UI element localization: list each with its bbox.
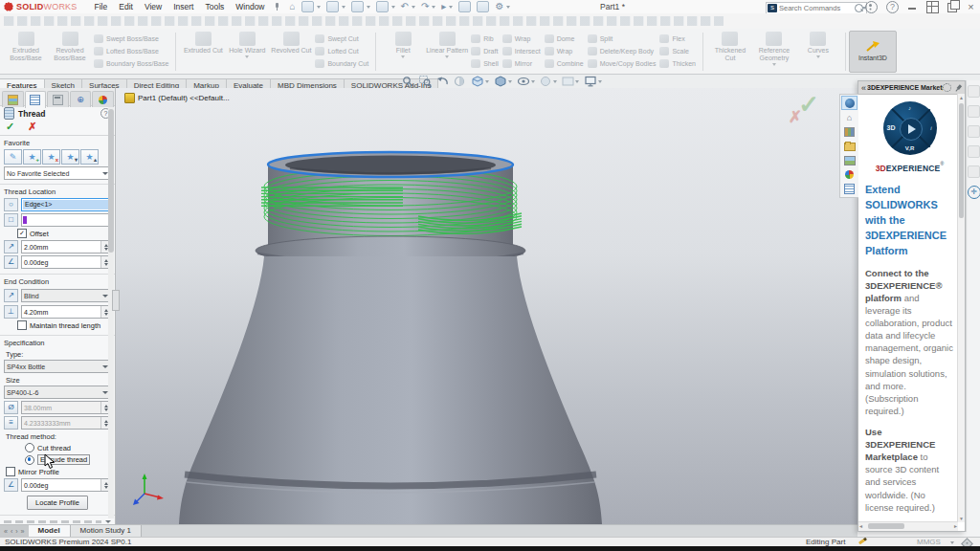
ribbon-button-small[interactable]: Dome [545, 33, 584, 45]
restore-button[interactable] [947, 3, 957, 12]
ribbon-button-small[interactable]: Split [588, 33, 657, 45]
override-diameter-icon[interactable]: Ø [4, 401, 18, 414]
propertymanager-tab[interactable] [25, 91, 47, 108]
pm-scrollbar-thumb[interactable] [108, 109, 114, 253]
start-angle-field[interactable]: 0.00deg [21, 255, 111, 269]
pin-icon[interactable] [952, 82, 963, 93]
ribbon-button[interactable]: Extruded Boss/Base [5, 32, 47, 62]
add-update-favorite-button[interactable]: ✎ [4, 149, 22, 165]
window-layout-button[interactable] [926, 1, 939, 13]
extrude-thread-radio[interactable] [25, 455, 34, 465]
ribbon-button-small[interactable]: Wrap [545, 45, 584, 57]
new-document-icon[interactable] [301, 1, 314, 12]
select-icon[interactable]: ▸ [441, 2, 446, 11]
hscroll-thumb[interactable] [868, 523, 904, 529]
ribbon-button-small[interactable]: Intersect [502, 45, 541, 57]
featuremanager-tree-tab[interactable] [2, 91, 24, 107]
save-caret-icon[interactable] [367, 6, 370, 9]
view-settings-icon[interactable] [584, 76, 602, 87]
menu-item[interactable]: Edit [113, 0, 139, 13]
dimxpertmanager-tab[interactable]: ⊕ [70, 91, 92, 107]
ribbon-button[interactable]: Extruded Cut [182, 32, 224, 58]
cancel-button[interactable]: ✗ [28, 121, 36, 132]
ribbon-button-small[interactable]: Draft [471, 45, 499, 57]
ribbon-button-small[interactable]: Boundary Cut [315, 57, 368, 70]
pm-scrollbar[interactable] [108, 107, 114, 518]
maintain-thread-length-checkbox[interactable] [17, 320, 27, 330]
instant3d-button[interactable]: Instant3D [849, 31, 897, 73]
ribbon-button[interactable]: Hole Wizard [226, 32, 268, 58]
hide-show-items-icon[interactable] [517, 76, 535, 87]
next-tab-icon[interactable]: › [14, 526, 18, 537]
options-grid-icon[interactable] [477, 1, 489, 12]
minimize-button[interactable] [907, 2, 918, 12]
open-caret-icon[interactable] [342, 6, 345, 9]
ribbon-button[interactable]: Revolved Boss/Base [49, 32, 91, 62]
print-caret-icon[interactable] [391, 6, 395, 9]
search-scope-icon[interactable]: S [768, 4, 777, 12]
3dexperience-marketplace-tab[interactable] [841, 96, 858, 110]
ribbon-button-small[interactable]: Mirror [502, 57, 541, 70]
design-library-tab[interactable] [841, 124, 858, 139]
panel-collapse-arrow[interactable] [112, 290, 120, 311]
pin-menu-icon[interactable] [273, 3, 280, 11]
gear-icon[interactable] [943, 83, 951, 92]
menu-item[interactable]: Tools [199, 0, 230, 13]
search-input[interactable] [777, 4, 855, 12]
ribbon-button-small[interactable]: Delete/Keep Body [588, 45, 657, 57]
vscroll-thumb[interactable] [959, 103, 964, 218]
extrude-thread-option[interactable]: Extrude thread [25, 454, 111, 465]
ribbon-button[interactable]: Revolved Cut [270, 32, 312, 58]
redo-icon[interactable]: ↷ [421, 2, 429, 11]
task-pane-horizontal-scrollbar[interactable]: ◂ ▸ [858, 521, 958, 531]
confirm-cancel-ghost-icon[interactable]: ✗ [789, 107, 802, 127]
menu-item[interactable]: View [139, 0, 167, 13]
expand-chevron-icon[interactable] [105, 520, 111, 523]
configurationmanager-tab[interactable] [47, 91, 69, 107]
scroll-up-arrow[interactable]: ▲ [958, 94, 965, 101]
file-explorer-tab[interactable] [841, 139, 858, 153]
view-palette-tab[interactable] [841, 153, 858, 167]
displaymanager-tab[interactable] [92, 91, 114, 107]
rotation-angle-field[interactable]: 0.00deg [21, 478, 111, 492]
section-view-icon[interactable] [454, 76, 466, 87]
ribbon-button[interactable]: Thickened Cut [709, 32, 751, 66]
ribbon-button-small[interactable]: Rib [471, 33, 499, 45]
edge-selection-field[interactable]: Edge<1> [21, 198, 111, 211]
print-icon[interactable] [376, 1, 389, 12]
favorite-header[interactable]: Favorite [4, 138, 111, 147]
user-account-icon[interactable] [865, 1, 878, 13]
offset-distance-field[interactable]: 2.00mm [21, 240, 111, 253]
previous-view-icon[interactable] [436, 76, 449, 87]
bottle-model[interactable] [116, 88, 858, 524]
offset-checkbox-row[interactable]: ✓ Offset [17, 229, 111, 238]
ribbon-button-small[interactable]: Lofted Boss/Base [94, 45, 168, 57]
menu-item[interactable]: Insert [167, 0, 199, 13]
mirror-profile-checkbox[interactable] [6, 467, 15, 476]
ribbon-button[interactable]: Reference Geometry [753, 32, 795, 66]
home-icon[interactable]: ⌂ [290, 2, 296, 11]
last-tab-icon[interactable]: » [20, 526, 26, 537]
favorite-dropdown[interactable]: No Favorite Selected [4, 166, 111, 180]
ribbon-button-small[interactable]: Wrap [502, 33, 541, 45]
view-orientation-icon[interactable] [471, 76, 489, 87]
ribbon-button-small[interactable]: Scale [659, 45, 696, 57]
ribbon-button[interactable]: Fillet [382, 32, 424, 58]
specification-header[interactable]: Specification [4, 338, 111, 347]
graphics-area[interactable]: Part1 (Default) <<Default... ✓ ✗ [116, 88, 858, 524]
close-button[interactable]: × [966, 2, 976, 12]
3dexperience-compass-icon[interactable]: ✛ [968, 186, 980, 199]
delete-favorite-button[interactable]: ★x [42, 149, 60, 165]
ribbon-button-small[interactable]: Lofted Cut [315, 45, 368, 57]
cut-thread-radio[interactable] [25, 443, 34, 452]
zoom-to-area-icon[interactable] [419, 76, 432, 87]
ribbon-button-small[interactable]: Move/Copy Bodies [588, 57, 657, 70]
menu-item[interactable]: File [89, 0, 114, 13]
thread-location-header[interactable]: Thread Location [4, 187, 111, 196]
ribbon-button-small[interactable]: Boundary Boss/Base [94, 57, 168, 70]
ribbon-button-small[interactable]: Shell [471, 57, 499, 70]
feature-tree-flyout[interactable]: Part1 (Default) <<Default... [124, 93, 230, 103]
ribbon-button[interactable]: Curves [797, 32, 839, 66]
size-dropdown[interactable]: SP400-L-6 [4, 386, 111, 399]
maintain-thread-length-row[interactable]: Maintain thread length [17, 320, 111, 330]
